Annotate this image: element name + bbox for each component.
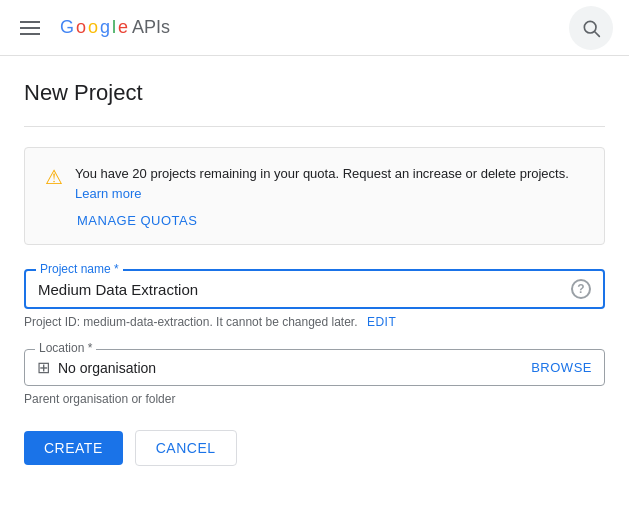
location-value: No organisation [58,360,156,376]
project-id-edit-link[interactable]: EDIT [367,315,396,329]
project-form: Project name * ? Project ID: medium-data… [24,269,605,466]
location-browse-link[interactable]: BROWSE [531,360,592,375]
project-name-input[interactable] [38,281,571,298]
logo-o2: o [88,17,98,38]
project-id-prefix: Project ID: [24,315,80,329]
project-id-row: Project ID: medium-data-extraction. It c… [24,315,605,329]
app-logo: Google APIs [60,17,170,38]
svg-line-1 [595,31,600,36]
logo-g2: g [100,17,110,38]
parent-org-hint: Parent organisation or folder [24,392,605,406]
warning-icon: ⚠ [45,165,63,189]
project-id-value: medium-data-extraction. [83,315,212,329]
project-name-field: Project name * ? [24,269,605,309]
logo-l: l [112,17,116,38]
header-left: Google APIs [16,17,569,39]
cancel-button[interactable]: CANCEL [135,430,237,466]
location-label: Location * [35,341,96,355]
search-icon [581,18,601,38]
app-header: Google APIs [0,0,629,56]
logo-apis-text: APIs [132,17,170,38]
project-id-suffix: It cannot be changed later. [216,315,357,329]
menu-button[interactable] [16,17,44,39]
form-buttons: CREATE CANCEL [24,430,605,466]
location-row: ⊞ No organisation BROWSE [37,358,592,377]
main-content: New Project ⚠ You have 20 projects remai… [0,56,629,510]
building-icon: ⊞ [37,358,50,377]
location-left: ⊞ No organisation [37,358,156,377]
warning-text: You have 20 projects remaining in your q… [75,164,584,203]
page-title: New Project [24,80,605,106]
search-button[interactable] [569,6,613,50]
divider [24,126,605,127]
logo-g: G [60,17,74,38]
learn-more-link[interactable]: Learn more [75,186,141,201]
logo-e: e [118,17,128,38]
project-name-input-row: ? [38,279,591,299]
location-field: Location * ⊞ No organisation BROWSE [24,349,605,386]
warning-row: ⚠ You have 20 projects remaining in your… [45,164,584,203]
quota-warning-box: ⚠ You have 20 projects remaining in your… [24,147,605,245]
manage-quotas-link[interactable]: MANAGE QUOTAS [77,213,584,228]
project-name-help-icon[interactable]: ? [571,279,591,299]
project-name-label: Project name * [36,262,123,276]
logo-o1: o [76,17,86,38]
create-button[interactable]: CREATE [24,431,123,465]
